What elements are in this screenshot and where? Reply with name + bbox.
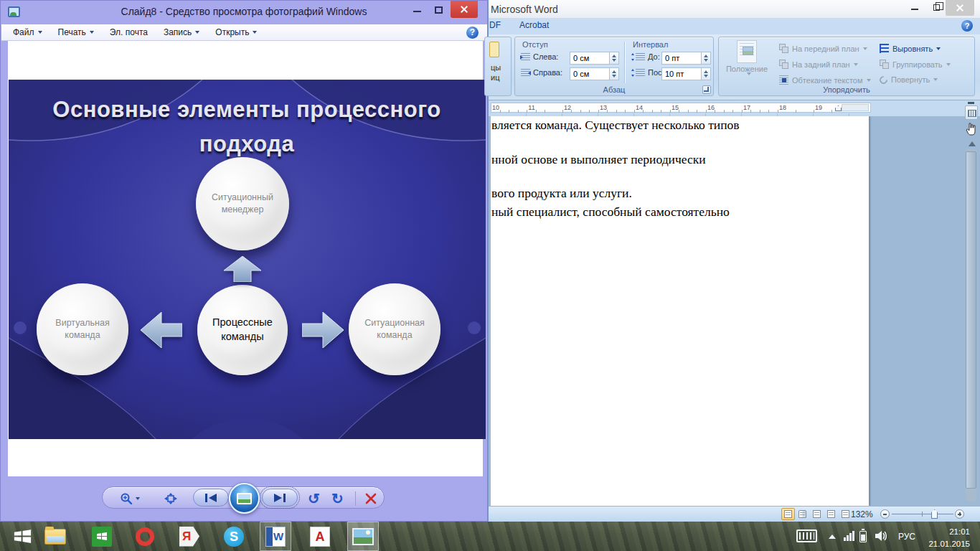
restore-button[interactable] xyxy=(933,4,940,11)
word-titlebar[interactable]: Microsoft Word xyxy=(489,0,980,18)
show-hidden-icons[interactable] xyxy=(829,534,836,539)
arrange-group: Положение На передний план На задний пла… xyxy=(718,37,975,96)
menu-open[interactable]: Открыть xyxy=(215,27,257,37)
slideshow-button[interactable] xyxy=(229,483,260,514)
scroll-up-icon[interactable] xyxy=(969,141,976,146)
right-indent-marker[interactable] xyxy=(835,105,842,111)
word-tab-row: DF Acrobat ? xyxy=(489,18,980,34)
indent-left-value[interactable]: 0 см xyxy=(570,52,610,65)
minimize-button[interactable] xyxy=(911,9,918,10)
indent-left-spinner[interactable]: 0 см xyxy=(570,52,619,65)
spinner-arrows-icon[interactable] xyxy=(610,52,619,65)
taskbar-file-explorer[interactable] xyxy=(41,522,70,551)
menu-burn[interactable]: Запись xyxy=(164,27,199,37)
taskbar-skype[interactable]: S xyxy=(220,522,248,551)
reading-view-button[interactable] xyxy=(796,508,809,520)
ruler-right-margin xyxy=(842,104,869,111)
spacing-after-spinner[interactable]: 10 пт xyxy=(661,67,711,80)
document-text-line: ный специалист, способный самостоятельно xyxy=(491,204,730,220)
windows-store-icon xyxy=(92,527,112,547)
position-button[interactable]: Положение xyxy=(723,39,771,89)
menu-file[interactable]: Файл xyxy=(13,27,42,37)
touch-keyboard-icon[interactable] xyxy=(796,529,817,542)
zoom-slider-thumb[interactable] xyxy=(931,509,938,519)
file-explorer-icon xyxy=(44,529,66,545)
close-button[interactable] xyxy=(946,0,974,16)
previous-button[interactable] xyxy=(193,489,229,507)
taskbar-word-running[interactable]: W xyxy=(260,522,291,551)
spacing-before-value[interactable]: 0 пт xyxy=(661,52,702,65)
language-indicator[interactable]: РУС xyxy=(898,532,915,542)
bring-to-front-button[interactable]: На передний план xyxy=(779,44,867,53)
taskbar-opera[interactable] xyxy=(131,522,159,551)
scrollbar-track[interactable] xyxy=(966,149,976,501)
rotate-button[interactable]: Повернуть xyxy=(880,75,938,84)
print-layout-button[interactable] xyxy=(781,508,795,520)
document-area[interactable]: вляется команда. Существует несколько ти… xyxy=(489,116,980,506)
align-button[interactable]: Выровнять xyxy=(880,44,941,53)
previous-icon xyxy=(204,494,217,502)
taskbar-photo-viewer-active[interactable] xyxy=(347,522,379,551)
document-text-line: нной основе и выполняет периодически xyxy=(491,152,706,167)
send-to-back-icon xyxy=(779,60,788,69)
tab-pdf-partial[interactable]: DF xyxy=(489,20,501,30)
zoom-slider-track[interactable] xyxy=(892,514,953,514)
print-layout-icon xyxy=(784,510,792,518)
page-borders-button-clipped[interactable]: цы иц xyxy=(484,37,512,96)
photo-viewer-icon xyxy=(352,528,374,545)
vertical-scrollbar[interactable] xyxy=(965,101,978,504)
toolbar-divider xyxy=(355,491,356,506)
taskbar-windows-store[interactable] xyxy=(88,522,116,551)
indent-right-icon xyxy=(521,69,530,77)
yandex-browser-icon: Я xyxy=(179,527,199,547)
rotate-cw-button[interactable]: ↻ xyxy=(331,487,344,509)
network-signal-icon[interactable] xyxy=(844,531,854,541)
outline-view-button[interactable] xyxy=(824,508,838,520)
zoom-in-button[interactable] xyxy=(955,509,964,519)
indent-left-row: Слева: xyxy=(521,52,558,61)
spacing-before-row: До: xyxy=(636,52,660,61)
send-to-back-button[interactable]: На задний план xyxy=(779,60,858,69)
delete-button[interactable] xyxy=(365,487,377,509)
rotate-ccw-button[interactable]: ↺ xyxy=(308,487,320,509)
paragraph-dialog-launcher[interactable] xyxy=(702,85,711,94)
menu-print[interactable]: Печать xyxy=(58,27,94,37)
photo-viewer-titlebar[interactable]: Слайд8 - Средство просмотра фотографий W… xyxy=(1,1,487,24)
tab-acrobat[interactable]: Acrobat xyxy=(519,20,549,30)
word-status-bar: 132% xyxy=(489,506,980,522)
close-button[interactable] xyxy=(451,1,478,18)
spinner-arrows-icon[interactable] xyxy=(610,67,619,80)
zoom-out-button[interactable] xyxy=(880,509,890,519)
paragraph-group-label: Абзац xyxy=(515,85,713,94)
split-handle-icon[interactable] xyxy=(968,102,974,104)
help-icon[interactable]: ? xyxy=(466,27,479,39)
ruler-toggle-button[interactable] xyxy=(965,105,978,120)
menu-email[interactable]: Эл. почта xyxy=(110,27,148,37)
spinner-arrows-icon[interactable] xyxy=(702,52,711,65)
battery-icon[interactable] xyxy=(859,531,867,542)
group-button[interactable]: Группировать xyxy=(880,60,951,69)
spinner-arrows-icon[interactable] xyxy=(702,67,711,80)
horizontal-ruler: 10 11 12 13 14 15 16 17 18 19 20 xyxy=(489,100,980,116)
zoom-button[interactable] xyxy=(120,487,140,509)
scrollbar-thumb[interactable] xyxy=(966,151,976,489)
minimize-button[interactable] xyxy=(413,11,421,12)
next-button[interactable] xyxy=(262,489,298,507)
word-window: Microsoft Word DF Acrobat ? цы иц Отступ… xyxy=(488,0,980,522)
zoom-level[interactable]: 132% xyxy=(851,509,873,519)
volume-icon[interactable] xyxy=(875,530,887,545)
spacing-after-value[interactable]: 10 пт xyxy=(661,67,702,80)
start-button[interactable] xyxy=(0,522,44,551)
spacing-before-spinner[interactable]: 0 пт xyxy=(661,52,711,65)
indent-right-value[interactable]: 0 см xyxy=(570,67,610,80)
taskbar-acrobat[interactable]: A xyxy=(306,522,334,551)
indent-right-spinner[interactable]: 0 см xyxy=(570,67,619,80)
taskbar-yandex-browser[interactable]: Я xyxy=(175,522,204,551)
clock[interactable]: 21:01 21.01.2015 xyxy=(928,526,970,550)
fit-to-window-button[interactable] xyxy=(164,487,177,509)
text-wrap-button[interactable]: Обтекание текстом xyxy=(779,75,871,85)
maximize-button[interactable] xyxy=(435,6,443,14)
help-icon[interactable]: ? xyxy=(961,20,973,32)
web-layout-button[interactable] xyxy=(810,508,824,520)
document-page[interactable]: вляется команда. Существует несколько ти… xyxy=(491,116,869,506)
